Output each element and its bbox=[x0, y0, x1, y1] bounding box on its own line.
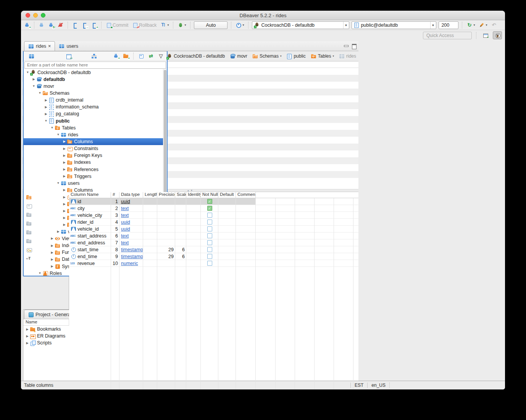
cell-data-type[interactable]: text bbox=[119, 239, 143, 246]
connect-new-button[interactable]: + bbox=[23, 22, 31, 28]
tree-item-indexes[interactable]: ▶Indexes bbox=[24, 159, 167, 166]
cell-not-null[interactable] bbox=[201, 233, 218, 239]
data-type-link[interactable]: uuid bbox=[121, 199, 130, 204]
grid-header-default[interactable]: Default bbox=[218, 192, 236, 198]
breadcrumb-item-public[interactable]: public bbox=[286, 53, 305, 59]
tree-item-columns[interactable]: ▶Columns bbox=[24, 138, 167, 145]
tree-item-public[interactable]: ▼public bbox=[24, 117, 167, 124]
cell-comment[interactable] bbox=[236, 239, 256, 246]
cell-default[interactable] bbox=[218, 219, 236, 225]
cell-ordinal[interactable]: 5 bbox=[111, 226, 119, 232]
grid-header-identity[interactable]: Identity bbox=[186, 192, 201, 198]
breadcrumb-item-cockroachdb-defaultdb[interactable]: CockroachDB - defaultdb bbox=[166, 53, 225, 59]
grid-header-column-name[interactable]: Column Name bbox=[69, 192, 111, 198]
cell-data-type[interactable]: timestamp bbox=[119, 253, 143, 260]
cell-default[interactable] bbox=[218, 253, 236, 260]
cell-length[interactable] bbox=[143, 233, 157, 239]
chevron-down-icon[interactable]: ▼ bbox=[430, 22, 435, 29]
tree-expander[interactable]: ▶ bbox=[62, 154, 67, 157]
undo-button[interactable]: ↶ bbox=[490, 22, 497, 28]
cell-scale[interactable] bbox=[175, 219, 186, 225]
grid-row-city[interactable]: city2text✓ bbox=[69, 205, 358, 212]
tree-item-cockroachdb-defaultdb[interactable]: ▼CockroachDB - defaultdb bbox=[24, 69, 167, 76]
cell-data-type[interactable]: uuid bbox=[119, 226, 143, 232]
tree-item-crdb-internal[interactable]: ▶crdb_internal bbox=[24, 97, 167, 103]
tree-expander[interactable]: ▶ bbox=[25, 328, 30, 331]
cell-scale[interactable] bbox=[175, 205, 186, 212]
open-perspective-button[interactable] bbox=[481, 31, 490, 39]
sql-console-button[interactable]: → bbox=[81, 22, 88, 28]
tree-item-schemas[interactable]: ▼Schemas bbox=[24, 90, 167, 97]
cell-ordinal[interactable]: 10 bbox=[111, 260, 119, 267]
cell-length[interactable] bbox=[143, 239, 157, 246]
table-filter-input[interactable] bbox=[24, 61, 166, 69]
cell-comment[interactable] bbox=[236, 219, 256, 225]
cell-ordinal[interactable]: 4 bbox=[111, 219, 119, 225]
fetch-size-input[interactable] bbox=[439, 21, 458, 29]
quick-access-field[interactable]: Quick Access bbox=[423, 32, 472, 39]
tree-expander[interactable]: ▼ bbox=[31, 84, 36, 88]
grid-header-precision[interactable]: Precision bbox=[157, 192, 175, 198]
cell-column-name[interactable]: city bbox=[69, 205, 111, 212]
tree-item-movr[interactable]: ▼movr bbox=[24, 83, 167, 90]
cell-ordinal[interactable]: 6 bbox=[111, 233, 119, 239]
cell-default[interactable] bbox=[218, 246, 236, 253]
reconnect-button[interactable]: ↻ bbox=[47, 22, 55, 28]
connect-button[interactable] bbox=[38, 22, 45, 28]
tree-expander[interactable]: ▶ bbox=[62, 161, 67, 164]
cell-precision[interactable]: 29 bbox=[157, 253, 175, 260]
disconnect-button[interactable] bbox=[57, 22, 64, 28]
tree-expander[interactable]: ▶ bbox=[25, 334, 30, 338]
tree-expander[interactable]: ▶ bbox=[62, 223, 67, 226]
grid-row-id[interactable]: id1uuid✓ bbox=[69, 198, 358, 205]
cell-ordinal[interactable]: 9 bbox=[111, 253, 119, 260]
tree-expander[interactable]: ▶ bbox=[62, 188, 67, 192]
tree-expander[interactable]: ▶ bbox=[44, 105, 48, 109]
cell-precision[interactable] bbox=[157, 239, 175, 246]
close-window-button[interactable] bbox=[26, 13, 30, 18]
tree-expander[interactable]: ▶ bbox=[56, 230, 61, 233]
grid-header-comment[interactable]: Comment bbox=[236, 192, 256, 198]
grid-header-length[interactable]: Length bbox=[143, 192, 157, 198]
cell-not-null[interactable] bbox=[201, 246, 218, 253]
tree-expander[interactable]: ▶ bbox=[62, 216, 67, 220]
cell-length[interactable] bbox=[143, 212, 157, 218]
pen-button[interactable]: ▾ bbox=[478, 22, 488, 28]
commit-button[interactable]: ■Commit bbox=[105, 22, 129, 28]
cell-default[interactable] bbox=[218, 226, 236, 232]
cell-precision[interactable] bbox=[157, 260, 175, 267]
data-type-link[interactable]: text bbox=[121, 240, 129, 246]
cell-precision[interactable] bbox=[157, 198, 175, 205]
status-locale[interactable]: en_US bbox=[371, 383, 386, 388]
cell-length[interactable] bbox=[143, 260, 157, 267]
cell-identity[interactable] bbox=[186, 253, 201, 260]
tree-expander[interactable]: ▶ bbox=[50, 237, 55, 240]
breadcrumb-item-schemas[interactable]: Schemas▾ bbox=[252, 53, 282, 59]
tree-expander[interactable]: ▼ bbox=[37, 91, 42, 95]
checkbox-checked[interactable]: ✓ bbox=[207, 199, 212, 204]
cell-precision[interactable] bbox=[157, 226, 175, 232]
cell-not-null[interactable] bbox=[201, 212, 218, 218]
schema-selector[interactable]: public@defaultdb▼ bbox=[352, 21, 436, 29]
grid-row-revenue[interactable]: revenue10numeric bbox=[69, 260, 358, 267]
cell-not-null[interactable]: ✓ bbox=[201, 198, 218, 205]
cell-scale[interactable] bbox=[175, 233, 186, 239]
cell-data-type[interactable]: uuid bbox=[119, 198, 143, 205]
grid-row-rider_id[interactable]: rider_id4uuid bbox=[69, 219, 358, 226]
cell-data-type[interactable]: timestamp bbox=[119, 246, 143, 253]
cell-length[interactable] bbox=[143, 246, 157, 253]
chevron-down-icon[interactable]: ▾ bbox=[332, 55, 334, 58]
cell-column-name[interactable]: start_time bbox=[69, 246, 111, 253]
tree-expander[interactable]: ▶ bbox=[62, 147, 67, 150]
sql-new-button[interactable]: + bbox=[90, 22, 98, 28]
cell-default[interactable] bbox=[218, 212, 236, 218]
cell-data-type[interactable]: uuid bbox=[119, 219, 143, 225]
cell-comment[interactable] bbox=[236, 246, 256, 253]
cell-default[interactable] bbox=[218, 233, 236, 239]
cell-default[interactable] bbox=[218, 205, 236, 212]
tree-item-triggers[interactable]: ▶Triggers bbox=[24, 173, 167, 180]
tree-expander[interactable]: ▶ bbox=[62, 174, 67, 178]
tree-expander[interactable]: ▶ bbox=[50, 244, 55, 247]
cell-column-name[interactable]: id bbox=[69, 198, 111, 205]
tree-expander[interactable]: ▶ bbox=[44, 99, 48, 102]
